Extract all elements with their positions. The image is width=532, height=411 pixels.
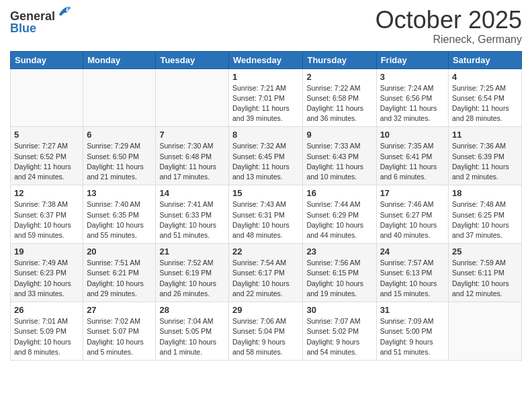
day-info: Sunrise: 7:35 AMSunset: 6:41 PMDaylight:… (380, 141, 445, 182)
day-info-line: Daylight: 10 hours (380, 279, 437, 287)
day-info-line: and 51 minutes. (159, 231, 210, 239)
table-row: 18Sunrise: 7:48 AMSunset: 6:25 PMDayligh… (449, 185, 522, 244)
day-info-line: Daylight: 11 hours (232, 163, 290, 171)
day-info-line: Daylight: 10 hours (87, 279, 144, 287)
table-row: 9Sunrise: 7:33 AMSunset: 6:43 PMDaylight… (303, 127, 376, 185)
day-info: Sunrise: 7:01 AMSunset: 5:09 PMDaylight:… (14, 316, 79, 357)
day-info: Sunrise: 7:30 AMSunset: 6:48 PMDaylight:… (159, 141, 225, 182)
day-info-line: Daylight: 10 hours (306, 221, 363, 229)
day-number: 8 (232, 130, 299, 140)
day-info-line: Sunrise: 7:04 AM (159, 317, 213, 325)
day-info-line: Sunset: 5:09 PM (14, 327, 66, 335)
day-number: 10 (380, 130, 445, 140)
day-info-line: Daylight: 11 hours (159, 163, 216, 171)
day-info-line: Daylight: 10 hours (14, 279, 71, 287)
header-saturday: Saturday (449, 51, 522, 68)
day-info-line: and 5 minutes. (87, 348, 133, 356)
day-info-line: Sunset: 6:35 PM (87, 211, 139, 219)
table-row: 15Sunrise: 7:43 AMSunset: 6:31 PMDayligh… (229, 185, 303, 244)
day-info-line: and 12 minutes. (452, 289, 502, 298)
day-number: 5 (14, 130, 79, 140)
table-row: 20Sunrise: 7:51 AMSunset: 6:21 PMDayligh… (83, 244, 156, 302)
day-info-line: Daylight: 11 hours (452, 163, 509, 171)
day-info-line: Sunset: 6:56 PM (380, 94, 433, 102)
day-number: 18 (452, 188, 518, 198)
day-info-line: Sunset: 6:37 PM (14, 211, 66, 219)
table-row: 2Sunrise: 7:22 AMSunset: 6:58 PMDaylight… (303, 68, 376, 127)
day-info-line: and 6 minutes. (380, 173, 427, 181)
day-number: 25 (452, 246, 518, 257)
calendar-week-row: 19Sunrise: 7:49 AMSunset: 6:23 PMDayligh… (11, 244, 522, 302)
table-row: 25Sunrise: 7:59 AMSunset: 6:11 PMDayligh… (449, 244, 522, 302)
day-info-line: and 55 minutes. (87, 231, 137, 239)
day-info: Sunrise: 7:54 AMSunset: 6:17 PMDaylight:… (232, 258, 299, 299)
day-info-line: Daylight: 11 hours (14, 163, 71, 171)
day-info-line: and 26 minutes. (159, 289, 210, 298)
table-row: 17Sunrise: 7:46 AMSunset: 6:27 PMDayligh… (376, 185, 448, 244)
day-info-line: and 17 minutes. (159, 173, 210, 181)
day-info-line: Sunset: 6:39 PM (452, 152, 504, 161)
day-info-line: Sunrise: 7:36 AM (452, 142, 506, 150)
logo-blue-text: Blue (10, 22, 36, 34)
day-info-line: Sunrise: 7:30 AM (159, 142, 213, 150)
day-info-line: Sunrise: 7:52 AM (159, 259, 213, 267)
day-info-line: Sunrise: 7:24 AM (380, 84, 434, 92)
day-info-line: and 44 minutes. (306, 231, 357, 239)
table-row: 21Sunrise: 7:52 AMSunset: 6:19 PMDayligh… (156, 244, 229, 302)
table-row: 1Sunrise: 7:21 AMSunset: 7:01 PMDaylight… (229, 68, 303, 127)
day-number: 31 (380, 305, 445, 315)
day-info-line: Sunrise: 7:32 AM (232, 142, 286, 150)
day-info-line: Sunrise: 7:09 AM (380, 317, 434, 325)
day-info: Sunrise: 7:59 AMSunset: 6:11 PMDaylight:… (452, 258, 518, 299)
header-friday: Friday (376, 51, 448, 68)
calendar-location: Rieneck, Germany (375, 34, 522, 46)
day-info-line: and 48 minutes. (232, 231, 283, 239)
day-info-line: Sunrise: 7:38 AM (14, 200, 68, 208)
day-info-line: Daylight: 11 hours (87, 163, 144, 171)
day-info-line: Daylight: 11 hours (380, 163, 437, 171)
day-info-line: Daylight: 10 hours (87, 221, 144, 229)
day-info-line: Daylight: 11 hours (380, 104, 437, 112)
table-row: 8Sunrise: 7:32 AMSunset: 6:45 PMDaylight… (229, 127, 303, 185)
day-number: 26 (14, 305, 79, 315)
day-info-line: Sunset: 5:02 PM (306, 327, 359, 335)
day-number: 3 (380, 72, 445, 82)
day-info-line: Sunset: 6:25 PM (452, 211, 504, 219)
day-number: 17 (380, 188, 445, 198)
day-info-line: Sunset: 7:01 PM (232, 94, 285, 102)
day-info-line: Sunset: 5:04 PM (232, 327, 285, 335)
day-info: Sunrise: 7:07 AMSunset: 5:02 PMDaylight:… (306, 316, 372, 357)
header: General Blue October 2025 Rieneck, Germa… (10, 7, 522, 46)
day-info-line: Sunrise: 7:54 AM (232, 259, 286, 267)
day-info: Sunrise: 7:09 AMSunset: 5:00 PMDaylight:… (380, 316, 445, 357)
day-info-line: and 39 minutes. (232, 114, 283, 122)
table-row: 13Sunrise: 7:40 AMSunset: 6:35 PMDayligh… (83, 185, 156, 244)
calendar-week-row: 1Sunrise: 7:21 AMSunset: 7:01 PMDaylight… (11, 68, 522, 127)
day-info-line: and 22 minutes. (232, 289, 283, 298)
day-info: Sunrise: 7:24 AMSunset: 6:56 PMDaylight:… (380, 83, 445, 124)
day-info-line: and 40 minutes. (380, 231, 431, 239)
day-number: 16 (306, 188, 372, 198)
table-row: 4Sunrise: 7:25 AMSunset: 6:54 PMDaylight… (449, 68, 522, 127)
day-info: Sunrise: 7:41 AMSunset: 6:33 PMDaylight:… (159, 199, 225, 240)
table-row: 11Sunrise: 7:36 AMSunset: 6:39 PMDayligh… (449, 127, 522, 185)
day-info-line: Daylight: 10 hours (306, 279, 363, 287)
day-info-line: and 33 minutes. (14, 289, 64, 298)
day-info-line: Sunrise: 7:59 AM (452, 259, 506, 267)
day-info-line: Daylight: 11 hours (452, 104, 509, 112)
day-number: 12 (14, 188, 79, 198)
day-info-line: Daylight: 11 hours (306, 163, 363, 171)
day-info-line: Sunset: 6:11 PM (452, 269, 504, 277)
day-info-line: Sunset: 6:15 PM (306, 269, 359, 277)
day-info: Sunrise: 7:33 AMSunset: 6:43 PMDaylight:… (306, 141, 372, 182)
calendar-container: General Blue October 2025 Rieneck, Germa… (0, 0, 532, 371)
day-info-line: Sunrise: 7:27 AM (14, 142, 68, 150)
day-info-line: Daylight: 10 hours (159, 279, 216, 287)
day-number: 24 (380, 246, 445, 257)
calendar-week-row: 12Sunrise: 7:38 AMSunset: 6:37 PMDayligh… (11, 185, 522, 244)
day-info: Sunrise: 7:46 AMSunset: 6:27 PMDaylight:… (380, 199, 445, 240)
table-row: 10Sunrise: 7:35 AMSunset: 6:41 PMDayligh… (376, 127, 448, 185)
day-info: Sunrise: 7:27 AMSunset: 6:52 PMDaylight:… (14, 141, 79, 182)
day-info-line: and 24 minutes. (14, 173, 64, 181)
header-sunday: Sunday (11, 51, 83, 68)
